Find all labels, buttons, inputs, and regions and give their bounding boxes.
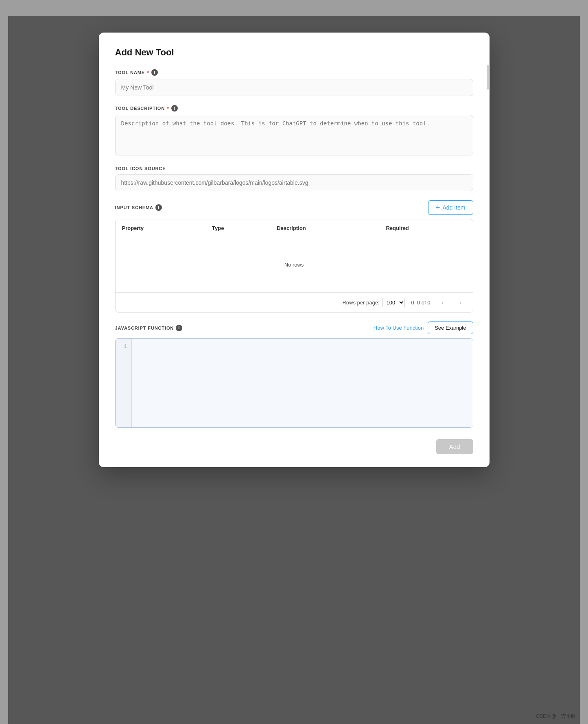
rows-per-page-select[interactable]: 100 25 50 <box>382 298 405 307</box>
line-numbers: 1 <box>116 339 132 427</box>
js-function-info-icon: i <box>176 325 182 331</box>
line-number-1: 1 <box>120 343 127 351</box>
col-required: Required <box>379 219 472 237</box>
tool-icon-label: TOOL ICON SOURCE <box>115 166 473 171</box>
rows-per-page-label: Rows per page: <box>342 300 379 306</box>
no-rows-row: No rows <box>116 237 473 293</box>
tool-description-info-icon: i <box>171 105 178 112</box>
no-rows-cell: No rows <box>116 237 473 293</box>
watermark: CSDN @一万小时 <box>536 713 576 720</box>
chevron-left-icon: ‹ <box>442 299 444 306</box>
col-description: Description <box>270 219 379 237</box>
add-item-button[interactable]: + Add Item <box>428 200 473 215</box>
input-schema-section: INPUT SCHEMA i + Add Item Property Type … <box>115 200 473 313</box>
input-schema-header: INPUT SCHEMA i + Add Item <box>115 200 473 215</box>
next-page-button[interactable]: › <box>455 297 466 308</box>
js-function-label: JAVASCRIPT FUNCTION i <box>115 325 183 331</box>
js-function-section: JAVASCRIPT FUNCTION i How To Use Functio… <box>115 322 473 428</box>
schema-table-container: Property Type Description Required No ro… <box>115 219 473 313</box>
add-item-label: Add Item <box>442 204 465 211</box>
modal-footer: Add <box>115 439 473 454</box>
js-header-left: JAVASCRIPT FUNCTION i <box>115 325 183 331</box>
pagination-count: 0–0 of 0 <box>411 300 431 306</box>
prev-page-button[interactable]: ‹ <box>437 297 448 308</box>
plus-icon: + <box>436 204 440 211</box>
code-editor: 1 <box>115 338 473 428</box>
schema-header-row: Property Type Description Required <box>116 219 473 237</box>
required-star: * <box>147 70 149 76</box>
chevron-right-icon: › <box>459 299 461 306</box>
scrollbar[interactable] <box>486 33 490 467</box>
schema-table: Property Type Description Required No ro… <box>116 219 473 292</box>
col-type: Type <box>205 219 270 237</box>
how-to-link[interactable]: How To Use Function <box>374 325 424 331</box>
tool-name-section: TOOL NAME * i <box>115 69 473 96</box>
js-header-right: How To Use Function See Example <box>374 322 473 334</box>
tool-name-label: TOOL NAME * i <box>115 69 473 76</box>
schema-table-head: Property Type Description Required <box>116 219 473 237</box>
modal-dialog: Add New Tool TOOL NAME * i TOOL DESCRIPT… <box>99 33 490 467</box>
schema-table-body: No rows <box>116 237 473 293</box>
col-property: Property <box>116 219 206 237</box>
overlay: Add New Tool TOOL NAME * i TOOL DESCRIPT… <box>8 16 580 724</box>
rows-per-page: Rows per page: 100 25 50 <box>342 298 404 307</box>
js-function-header: JAVASCRIPT FUNCTION i How To Use Functio… <box>115 322 473 334</box>
scrollbar-thumb[interactable] <box>487 65 489 90</box>
tool-description-label: TOOL DESCRIPTION * i <box>115 105 473 112</box>
see-example-button[interactable]: See Example <box>428 322 473 334</box>
code-textarea[interactable] <box>132 339 473 427</box>
tool-icon-input[interactable] <box>115 174 473 191</box>
input-schema-label: INPUT SCHEMA i <box>115 204 162 211</box>
tool-name-input[interactable] <box>115 79 473 96</box>
input-schema-info-icon: i <box>155 204 162 211</box>
table-footer: Rows per page: 100 25 50 0–0 of 0 ‹ › <box>116 292 473 312</box>
modal-title: Add New Tool <box>115 47 473 58</box>
tool-description-section: TOOL DESCRIPTION * i <box>115 105 473 157</box>
tool-description-input[interactable] <box>115 115 473 155</box>
desc-required-star: * <box>167 105 169 112</box>
tool-name-info-icon: i <box>151 69 158 76</box>
add-button[interactable]: Add <box>436 439 473 454</box>
tool-icon-section: TOOL ICON SOURCE <box>115 166 473 191</box>
